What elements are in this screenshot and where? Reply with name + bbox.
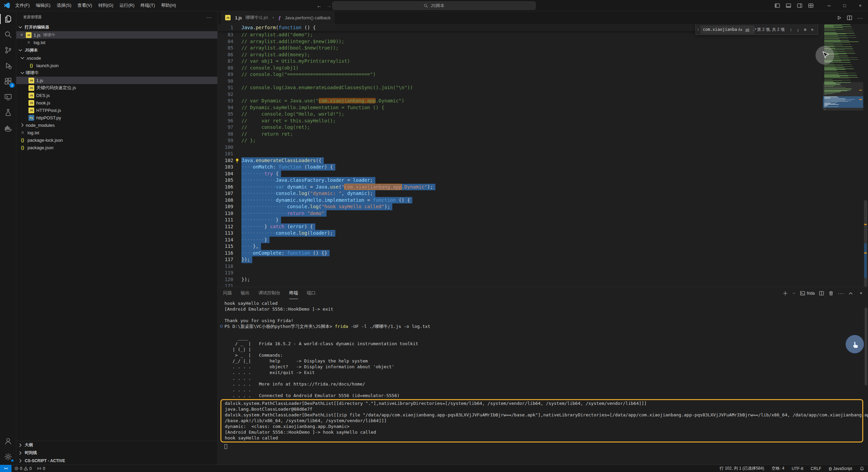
sidebar-more-icon[interactable]: ···	[206, 15, 212, 20]
search-icon[interactable]	[0, 27, 16, 42]
tree-item-file[interactable]: {}launch.json	[16, 62, 217, 69]
indentation[interactable]: 空格: 4	[768, 465, 788, 472]
tree-item-file[interactable]: JShook.js	[16, 99, 217, 106]
regex-icon[interactable]: .*	[752, 28, 757, 32]
menu-item-2[interactable]: 选择(S)	[54, 0, 74, 11]
editor-tab[interactable]: JS 1.js 哪哪牛\1.js\ › ƒ Java.perform() cal…	[221, 11, 335, 24]
find-in-selection-icon[interactable]: ≡	[802, 26, 809, 33]
breadcrumb-symbol[interactable]: Java.perform() callback	[285, 15, 331, 20]
code-text: ············dynamic.sayHello.implementat…	[241, 197, 412, 204]
source-control-icon[interactable]	[0, 42, 16, 58]
close-button[interactable]: ×	[852, 0, 868, 11]
maximize-panel-icon[interactable]	[848, 291, 853, 296]
tree-item-file[interactable]: {}package-lock.json	[16, 136, 217, 144]
js-file-icon: JS	[28, 107, 34, 113]
account-icon[interactable]	[0, 433, 16, 449]
tree-item-folder[interactable]: 哪哪牛	[16, 69, 217, 77]
match-case-icon[interactable]: Aa	[737, 28, 743, 32]
terminal-tab-frida[interactable]: frida	[800, 291, 815, 296]
notifications-bell-icon[interactable]	[856, 465, 868, 472]
find-input[interactable]: com.xiaojianba Aa ab .*	[701, 26, 754, 34]
tree-item-file[interactable]: JS关键代码快速定位.js	[16, 84, 217, 92]
testing-icon[interactable]	[0, 105, 16, 120]
sidebar-section-2[interactable]: CS-SCRIPT - ACTIVE	[16, 457, 217, 465]
remote-explorer-icon[interactable]	[0, 89, 16, 105]
panel-tab-0[interactable]: 问题	[223, 287, 232, 299]
panel-tab-3[interactable]: 终端	[289, 287, 298, 299]
open-editors-header[interactable]: 打开的编辑器	[16, 23, 217, 31]
toggle-sidebar-icon[interactable]	[774, 3, 780, 8]
tree-item-file[interactable]: JS1.js	[16, 77, 217, 84]
overview-ruler[interactable]	[863, 24, 868, 287]
menu-item-1[interactable]: 编辑(E)	[33, 0, 54, 11]
tree-item-folder[interactable]: .vscode	[16, 54, 217, 62]
whole-word-icon[interactable]: ab	[745, 28, 750, 32]
nav-back-icon[interactable]: ←	[317, 3, 322, 8]
line-number: 90	[218, 78, 233, 85]
find-previous-icon[interactable]: ↑	[787, 26, 794, 33]
terminal-line: ____	[224, 335, 868, 341]
run-debug-icon[interactable]	[0, 58, 16, 74]
tree-item-file[interactable]: JSHTTPPost.js	[16, 106, 217, 114]
sidebar-section-1[interactable]: 时间线	[16, 449, 217, 457]
language-mode[interactable]: {}JavaScript	[825, 465, 856, 472]
code-line: 91// console.log(Java.enumerateLoadedCla…	[218, 84, 823, 91]
menu-item-3[interactable]: 查看(V)	[74, 0, 95, 11]
kill-terminal-icon[interactable]	[828, 291, 834, 296]
lightbulb-icon[interactable]	[235, 158, 240, 163]
tree-item-file[interactable]: PyhttpPOST.py	[16, 114, 217, 121]
panel-tab-4[interactable]: 端口	[307, 287, 316, 299]
terminal-profile-chevron-icon[interactable]	[792, 291, 796, 296]
section-label: 大纲	[25, 442, 33, 448]
open-editor-item[interactable]: ×JS1.js哪哪牛	[16, 31, 217, 39]
toggle-secondary-sidebar-icon[interactable]	[797, 3, 803, 8]
customize-layout-icon[interactable]	[808, 3, 814, 8]
command-decoration-icon[interactable]	[220, 325, 223, 328]
split-editor-icon[interactable]	[847, 15, 852, 21]
minimap-slider[interactable]	[823, 82, 863, 111]
code-editor[interactable]: 82// var arraylist = Java.use("java.util…	[218, 24, 868, 287]
sidebar-section-0[interactable]: 大纲	[16, 441, 217, 449]
eol[interactable]: CRLF	[807, 465, 825, 472]
menu-item-6[interactable]: 终端(T)	[137, 0, 158, 11]
split-terminal-icon[interactable]	[819, 291, 824, 296]
extensions-icon[interactable]: 2	[0, 74, 16, 89]
workspace-header[interactable]: JS脚本	[16, 46, 217, 54]
code-text: // console.log(Java.enumerateLoadedClass…	[241, 84, 413, 91]
command-center[interactable]: JS脚本	[332, 1, 536, 10]
tree-item-folder[interactable]: node_modules	[16, 121, 217, 129]
maximize-button[interactable]: □	[837, 0, 852, 11]
menu-item-4[interactable]: 转到(G)	[95, 0, 117, 11]
problems-indicator[interactable]: 0 0	[12, 465, 34, 472]
settings-icon[interactable]	[0, 449, 16, 465]
nav-forward-icon[interactable]: →	[327, 3, 332, 8]
tree-item-file[interactable]: {}package.json	[16, 144, 217, 151]
menu-item-7[interactable]: 帮助(H)	[158, 0, 179, 11]
find-next-icon[interactable]: ↓	[794, 26, 802, 33]
new-terminal-icon[interactable]	[783, 291, 788, 296]
find-close-icon[interactable]: ×	[809, 26, 816, 33]
menu-item-0[interactable]: 文件(F)	[12, 0, 33, 11]
open-editor-item[interactable]: ≡log.txt	[16, 39, 217, 46]
toggle-panel-icon[interactable]	[786, 3, 791, 8]
tree-item-file[interactable]: ≡log.txt	[16, 129, 217, 136]
panel-tab-1[interactable]: 输出	[241, 287, 250, 299]
docker-icon[interactable]	[0, 120, 16, 136]
toggle-replace-chevron-icon[interactable]	[696, 24, 701, 35]
editor-more-actions-icon[interactable]: ···	[857, 15, 863, 21]
tree-item-file[interactable]: JSDES.js	[16, 92, 217, 99]
close-icon[interactable]: ×	[19, 33, 24, 37]
minimize-button[interactable]: ─	[821, 0, 837, 11]
cursor-position[interactable]: 行 102, 列 1 (已选择584)	[716, 465, 768, 472]
menu-item-5[interactable]: 运行(R)	[116, 0, 137, 11]
close-panel-icon[interactable]: ×	[857, 290, 865, 297]
terminal-output[interactable]: hook sayHello called[Android Emulator 55…	[218, 299, 868, 465]
explorer-icon[interactable]	[0, 11, 16, 27]
panel-more-actions-icon[interactable]: ···	[838, 290, 844, 296]
run-file-icon[interactable]	[836, 15, 842, 21]
encoding[interactable]: UTF-8	[788, 465, 807, 472]
panel-tab-2[interactable]: 调试控制台	[258, 287, 280, 299]
terminal-scrollbar[interactable]	[865, 308, 867, 386]
ports-indicator[interactable]: 0	[34, 465, 48, 472]
remote-indicator[interactable]: ><	[0, 465, 12, 472]
